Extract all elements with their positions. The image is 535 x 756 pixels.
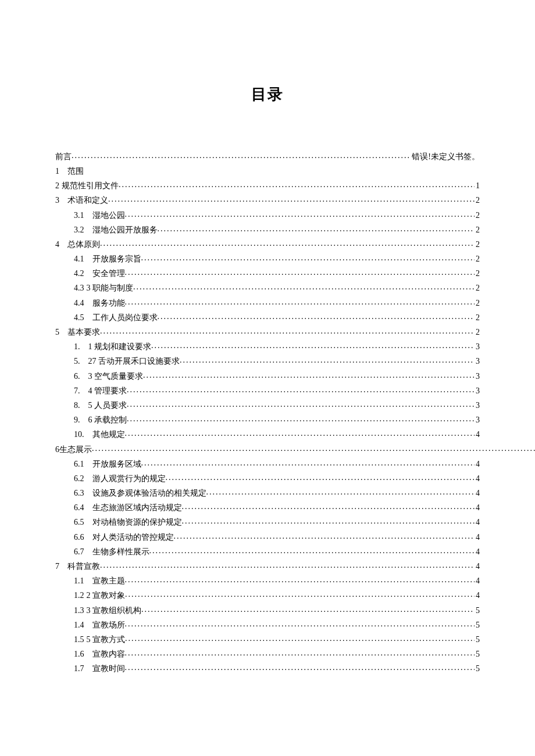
toc-page-number: 2 [475,237,480,252]
page-title: 目录 [55,81,480,109]
toc-number: 3 [55,193,59,207]
toc-page-number: 5 [475,603,480,618]
toc-leader-dots [125,265,475,280]
toc-leader-dots [125,207,475,221]
toc-label: 1 规划和建设要求 [88,339,152,354]
toc-page-number: 4 [475,471,480,486]
toc-number: 1.2 [74,588,84,603]
toc-leader-dots [141,456,475,470]
toc-number: 6.7 [74,544,84,559]
toc-label: 总体原则 [67,237,100,252]
toc-number: 4.1 [74,252,84,266]
toc-label: 范围 [67,164,84,178]
toc-label: 服务功能 [92,296,125,310]
toc-label: 6 承载控制 [88,413,127,427]
toc-page-number: 2 [475,208,480,223]
toc-number: 1 [55,164,59,178]
toc-leader-dots [133,280,475,294]
toc-entry: 6.3 空气质量要求3 [55,369,480,384]
toc-number: 6. [74,369,80,384]
toc-page-number: 2 [475,325,480,339]
toc-entry: 6.2游人观赏行为的规定4 [55,471,480,486]
toc-number: 3.1 [74,208,84,223]
toc-leader-dots [180,353,475,367]
toc-leader-dots [141,602,475,617]
toc-leader-dots [92,441,535,456]
toc-page-number: 5 [475,661,480,676]
toc-label: 对人类活动的管控规定 [92,530,174,544]
toc-number: 1.3 [74,603,84,618]
toc-label: 5 宣教方式 [87,632,126,647]
toc-entry: 4.33 职能与制度2 [55,281,480,295]
toc-entry: 5.27 舌动开展禾口设施要求3 [55,354,480,368]
toc-number: 6.3 [74,486,84,500]
toc-entry: 10.其他规定4 [55,427,480,442]
toc-label: 5 人员要求 [88,398,127,413]
toc-number: 6.6 [74,530,84,544]
toc-entry: 1.55 宣教方式5 [55,632,480,647]
toc-number: 9. [74,413,80,427]
toc-page-number: 4 [475,486,480,500]
toc-label: 科普宣教 [67,559,100,574]
toc-page-number: 4 [475,515,480,529]
toc-label: 2 宣教对象 [87,588,126,603]
table-of-contents: 前言错误!未定义书签。1范围2规范性引用文件13术语和定义23.1湿地公园23.… [55,149,480,676]
toc-entry: 6.7生物多样性展示4 [55,544,480,559]
toc-page-number: 2 [475,193,480,207]
toc-leader-dots [151,338,475,353]
toc-page-number: 4 [475,588,480,603]
toc-entry: 1.1宣教主题4 [55,574,480,588]
toc-label: 术语和定义 [67,193,108,207]
toc-label: 其他规定 [92,427,125,442]
toc-entry: 1范围 [55,164,480,178]
toc-page-number: 3 [475,384,480,398]
toc-leader-dots [119,177,475,192]
toc-entry: 7科普宣教4 [55,559,480,574]
toc-entry: 4.4服务功能2 [55,296,480,310]
toc-label: 基本要求 [67,325,100,339]
toc-label: 前言 [55,149,72,164]
toc-label: 对动植物资源的保护规定 [92,515,182,529]
toc-page-number: 3 [475,413,480,427]
toc-label: 生态展示 [59,442,92,457]
toc-page-number: 5 [475,647,480,661]
toc-page-number: 2 [475,252,480,266]
toc-label: 开放服务宗旨 [92,252,141,266]
toc-page-number: 3 [475,339,480,354]
toc-number: 6.4 [74,500,84,515]
toc-entry: 1.4宣教场所5 [55,618,480,632]
toc-number: 10. [74,427,84,442]
toc-leader-dots [125,631,475,646]
toc-leader-dots [158,309,475,324]
toc-number: 5. [74,354,80,368]
toc-number: 1.4 [74,618,84,632]
toc-leader-dots [182,499,475,514]
toc-entry: 3.1湿地公园2 [55,208,480,223]
toc-leader-dots [166,470,475,485]
toc-label: 宣教时间 [92,661,125,676]
toc-number: 6.1 [74,457,84,471]
toc-leader-dots [125,617,475,631]
toc-label: 宣教场所 [92,618,125,632]
toc-entry: 3术语和定义2 [55,193,480,207]
toc-entry: 前言错误!未定义书签。 [55,149,480,164]
toc-leader-dots [125,426,475,440]
toc-page-number: 4 [475,500,480,515]
toc-label: 规范性引用文件 [62,178,119,193]
toc-entry: 4.2安全管理2 [55,266,480,281]
toc-label: 生态旅游区域内活动规定 [92,500,182,515]
toc-entry: 5基本要求2 [55,325,480,339]
toc-label: 游人观赏行为的规定 [92,471,166,486]
toc-entry: 6.4生态旅游区域内活动规定4 [55,500,480,515]
toc-leader-dots [127,382,475,397]
toc-page-number: 4 [475,574,480,588]
toc-entry: 1.22 宣教对象4 [55,588,480,603]
toc-leader-dots [72,148,411,163]
toc-label: 宣教内容 [92,647,125,661]
toc-page-number: 5 [475,632,480,647]
toc-page-number: 4 [475,457,480,471]
toc-number: 4.2 [74,266,84,281]
toc-entry: 8.5 人员要求3 [55,398,480,413]
toc-number: 2 [55,178,59,193]
toc-entry: 1.7宣教时间5 [55,661,480,676]
